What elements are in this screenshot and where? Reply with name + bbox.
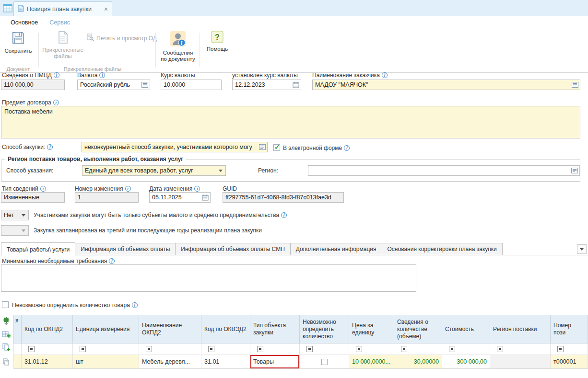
region-method-combo[interactable]: Единый для всех товаров, работ, услуг [82, 165, 226, 176]
column-header-position-number[interactable]: Номер пози [551, 315, 588, 344]
electronic-form-checkbox[interactable] [273, 144, 280, 151]
picker-icon[interactable] [258, 142, 267, 152]
info-icon[interactable] [281, 212, 287, 218]
tab-goods-works-services[interactable]: Товары\ работы\ услуги [1, 242, 75, 255]
column-filter-button[interactable] [356, 346, 362, 352]
info-icon[interactable] [53, 100, 59, 105]
info-icon[interactable] [132, 302, 138, 308]
document-tab[interactable]: Позиция плана закупки [13, 1, 112, 16]
picker-icon[interactable] [140, 80, 150, 90]
chevron-down-icon[interactable] [19, 210, 28, 220]
help-button[interactable]: ? Помощь [203, 31, 231, 66]
currency-rate-field[interactable]: 10,0000 [161, 80, 222, 90]
tab-additional-info[interactable]: Дополнительная информация [290, 243, 382, 255]
info-icon[interactable] [109, 258, 115, 264]
ribbon-tab-service[interactable]: Сервис [44, 17, 76, 28]
change-number-field[interactable]: 1 [75, 192, 139, 203]
chevron-down-icon[interactable] [216, 166, 225, 175]
column-filter-button[interactable] [146, 346, 152, 352]
nmcd-field[interactable]: 110 000,00 [1, 80, 65, 90]
add-row-button[interactable] [2, 331, 11, 341]
info-icon[interactable] [47, 144, 53, 150]
info-icon[interactable] [99, 72, 105, 78]
tab-plan-correction-grounds[interactable]: Основания корректировки плана закупки [382, 243, 503, 255]
info-icon[interactable] [194, 186, 200, 192]
row-cell-position-number[interactable]: т000001 [551, 355, 588, 369]
cannot-determine-qty-checkbox[interactable] [2, 301, 9, 308]
row-cell-unit[interactable]: шт [73, 355, 139, 369]
app-menu-icon[interactable] [3, 3, 12, 13]
column-filter-button[interactable] [306, 346, 313, 352]
column-header-okpd2-code[interactable]: Код по ОКПД2 [22, 315, 73, 344]
column-filter-button[interactable] [401, 346, 407, 352]
row-cell-okved2-code[interactable]: 31.01 [201, 355, 250, 369]
currency-field[interactable]: Российский рубль [77, 80, 150, 90]
later-years-combo[interactable] [1, 225, 29, 236]
document-messages-button[interactable]: Сообщения по документу [159, 31, 197, 66]
picker-icon[interactable] [570, 80, 580, 90]
chevron-down-icon[interactable] [19, 226, 28, 235]
info-type-label: Тип сведений [2, 185, 46, 192]
row-cell-okpd2-name[interactable]: Мебель деревя... [139, 355, 201, 369]
info-icon[interactable] [344, 145, 350, 151]
column-filter-button[interactable] [80, 346, 86, 352]
region-field[interactable] [308, 165, 580, 176]
guid-field[interactable]: ff297755-61d7-4068-8fd3-f87c013fae3d [223, 192, 344, 203]
column-header-okpd2-name[interactable]: Наименование ОКПД2 [139, 315, 201, 344]
column-header-unit[interactable]: Единица измерения [73, 315, 139, 344]
save-button-label: Сохранить [4, 48, 32, 54]
ribbon-tab-main[interactable]: Основное [5, 17, 44, 28]
row-cell-quantity[interactable]: 30,00000 [394, 355, 442, 369]
row-checkbox[interactable] [321, 359, 328, 365]
change-date-field[interactable]: 05.11.2025 [149, 192, 211, 203]
print-od-button[interactable]: Печать и просмотр ОД [86, 34, 157, 43]
min-requirements-textarea[interactable] [1, 264, 416, 292]
duplicate-row-button[interactable] [2, 343, 11, 353]
column-header[interactable]: я [13, 315, 22, 344]
column-header-unit-price[interactable]: Цена за единицу [349, 315, 394, 344]
contract-subject-textarea[interactable]: Поставка мебели [1, 106, 580, 138]
close-icon[interactable] [104, 6, 108, 12]
column-header-object-type[interactable]: Тип объекта закупки [250, 315, 300, 344]
print-preview-icon [86, 34, 94, 43]
column-filter-button[interactable] [257, 346, 263, 352]
info-type-field[interactable]: Измененные [1, 192, 65, 203]
row-cell[interactable] [13, 355, 22, 369]
region-label: Регион: [258, 167, 278, 174]
table-row[interactable]: 31.01.12 шт Мебель деревя... 31.01 Товар… [13, 355, 588, 369]
info-icon[interactable] [125, 186, 131, 192]
column-filter-button[interactable] [28, 346, 35, 352]
calendar-icon[interactable] [200, 193, 210, 202]
smp-only-combo[interactable]: Нет [1, 210, 29, 220]
purchase-method-field[interactable]: неконкурентный способ закупки, участника… [82, 142, 268, 152]
column-filter-button[interactable] [208, 346, 214, 352]
column-header-okved2-code[interactable]: Код по ОКВЭД2 [201, 315, 250, 344]
customer-field[interactable]: МАДОУ "МАЯЧОК" [312, 80, 580, 90]
column-header-cost[interactable]: Стоимость [442, 315, 490, 344]
column-header-delivery-region[interactable]: Регион поставки [490, 315, 551, 344]
info-icon[interactable] [382, 72, 388, 78]
tab-payment-volumes-smp[interactable]: Информация об объемах оплаты СМП [175, 243, 290, 255]
attached-files-button[interactable]: Прикрепленные файлы [42, 31, 83, 66]
column-filter-button[interactable] [557, 346, 564, 352]
picker-icon[interactable] [570, 166, 579, 175]
row-cell-unit-price[interactable]: 10 000,0000... [349, 355, 394, 369]
rate-date-field[interactable]: 12.12.2023 [232, 80, 301, 90]
row-cell-okpd2-code[interactable]: 31.01.12 [22, 355, 73, 369]
copy-button[interactable] [2, 358, 10, 367]
row-cell-cannot-determine[interactable] [300, 355, 349, 369]
info-icon[interactable] [40, 186, 46, 192]
tab-payment-volumes[interactable]: Информация об объемах оплаты [75, 243, 176, 255]
row-cell-delivery-region[interactable] [490, 355, 551, 369]
column-header-cannot-determine[interactable]: Невозможно определить количество [300, 315, 349, 344]
row-cell-object-type-highlighted[interactable]: Товары [250, 355, 300, 369]
column-header-quantity[interactable]: Сведения о количестве (объеме) [394, 315, 442, 344]
column-filter-button[interactable] [449, 346, 455, 352]
row-cell-cost[interactable]: 300 000,00 [442, 355, 490, 369]
column-filter-button[interactable] [497, 346, 503, 352]
currency-value: Российский рубль [78, 81, 140, 88]
calendar-icon[interactable] [291, 80, 301, 90]
tabs-overflow-dropdown[interactable] [577, 244, 587, 254]
save-button[interactable]: Сохранить [3, 31, 34, 66]
info-icon[interactable] [54, 72, 59, 78]
